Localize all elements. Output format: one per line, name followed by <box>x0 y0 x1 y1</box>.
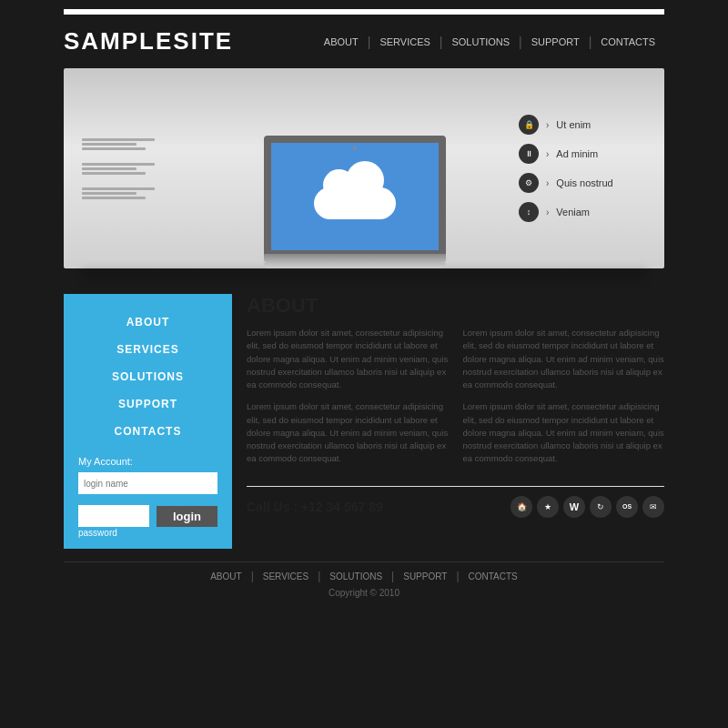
laptop-device <box>264 136 446 268</box>
footer-support[interactable]: SUPPORT <box>394 571 456 581</box>
sidebar: ABOUT SERVICES SOLUTIONS SUPPORT CONTACT… <box>64 294 232 549</box>
login-row: password login <box>78 505 217 527</box>
password-input[interactable] <box>78 505 149 527</box>
nav-services[interactable]: SERVICES <box>370 36 439 47</box>
hero-line <box>82 143 136 146</box>
about-title: ABOUT <box>247 294 664 318</box>
feature-label-4: Veniam <box>556 207 590 217</box>
feature-icon-3: ⚙ <box>519 173 539 193</box>
footer-nav: ABOUT | SERVICES | SOLUTIONS | SUPPORT |… <box>64 570 664 582</box>
hero-line <box>82 187 155 190</box>
main-nav: ABOUT | SERVICES | SOLUTIONS | SUPPORT |… <box>315 35 664 49</box>
lorem-text-4: Lorem ipsum dolor sit amet, consectetur … <box>463 400 665 465</box>
feature-label-2: Ad minim <box>556 148 598 159</box>
feature-arrow-1: › <box>546 120 549 130</box>
nav-contacts[interactable]: CONTACTS <box>592 36 664 47</box>
social-icon-email[interactable]: ✉ <box>642 496 664 518</box>
feature-item-3[interactable]: ⚙ › Quis nostrud <box>519 173 655 193</box>
hero-features: 🔒 › Ut enim ⏸ › Ad minim ⚙ › Quis nostru… <box>519 115 664 222</box>
hero-line <box>82 192 136 195</box>
nav-support[interactable]: SUPPORT <box>522 36 589 47</box>
content-area: ABOUT Lorem ipsum dolor sit amet, consec… <box>247 294 664 549</box>
hero-line <box>82 172 146 175</box>
main-content: ABOUT SERVICES SOLUTIONS SUPPORT CONTACT… <box>64 294 664 549</box>
social-icons: 🏠 ★ W ↻ OS ✉ <box>511 496 664 518</box>
hero-line <box>82 167 136 170</box>
hero-line <box>82 197 146 199</box>
hero-text-block-2 <box>82 163 191 175</box>
login-button[interactable]: login <box>157 506 217 527</box>
hero-line <box>82 138 155 141</box>
nav-about[interactable]: ABOUT <box>315 36 368 47</box>
hero-line <box>82 163 155 166</box>
lorem-text-3: Lorem ipsum dolor sit amet, consectetur … <box>463 327 665 391</box>
hero-text-block-1 <box>82 138 191 150</box>
sidebar-solutions[interactable]: SOLUTIONS <box>64 363 232 390</box>
hero-left-text <box>64 138 191 199</box>
password-label: password <box>78 528 117 538</box>
nav-solutions[interactable]: SOLUTIONS <box>442 36 519 47</box>
login-name-input[interactable] <box>78 472 217 494</box>
laptop-base <box>264 254 446 263</box>
feature-icon-4: ↕ <box>519 202 539 222</box>
laptop-screen <box>264 136 446 254</box>
social-icon-home[interactable]: 🏠 <box>511 496 532 518</box>
password-wrapper: password <box>78 505 149 527</box>
footer: ABOUT | SERVICES | SOLUTIONS | SUPPORT |… <box>64 561 664 598</box>
sidebar-support[interactable]: SUPPORT <box>64 390 232 418</box>
cloud-main <box>314 187 396 219</box>
site-title: SAMPLESITE <box>64 27 233 56</box>
copyright: Copyright © 2010 <box>64 588 664 598</box>
hero-section: 🔒 › Ut enim ⏸ › Ad minim ⚙ › Quis nostru… <box>64 68 664 268</box>
content-columns: Lorem ipsum dolor sit amet, consectetur … <box>247 327 664 475</box>
login-name-wrapper <box>78 472 217 494</box>
hero-text-block-3 <box>82 187 191 199</box>
footer-services[interactable]: SERVICES <box>254 571 318 581</box>
footer-solutions[interactable]: SOLUTIONS <box>320 571 391 581</box>
account-form: password login <box>64 472 232 527</box>
feature-item-2[interactable]: ⏸ › Ad minim <box>519 144 655 164</box>
content-col-left: Lorem ipsum dolor sit amet, consectetur … <box>247 327 449 475</box>
social-icon-refresh[interactable]: ↻ <box>590 496 612 518</box>
header: SAMPLESITE ABOUT | SERVICES | SOLUTIONS … <box>64 15 664 68</box>
lorem-text-1: Lorem ipsum dolor sit amet, consectetur … <box>247 327 449 391</box>
call-us-text: Call Us : +12 34 567 89 <box>247 500 383 514</box>
footer-contacts[interactable]: CONTACTS <box>460 571 527 581</box>
feature-label-3: Quis nostrud <box>556 177 612 188</box>
feature-item-1[interactable]: 🔒 › Ut enim <box>519 115 655 135</box>
lorem-text-2: Lorem ipsum dolor sit amet, consectetur … <box>247 400 449 465</box>
hero-line <box>82 147 146 150</box>
hero-shadow <box>82 268 646 279</box>
sidebar-about[interactable]: ABOUT <box>64 308 232 336</box>
my-account-label: My Account: <box>64 445 232 472</box>
feature-arrow-2: › <box>546 149 549 159</box>
feature-item-4[interactable]: ↕ › Veniam <box>519 202 655 222</box>
feature-label-1: Ut enim <box>556 119 591 130</box>
laptop-cloud-icon <box>314 174 396 219</box>
page-wrapper: SAMPLESITE ABOUT | SERVICES | SOLUTIONS … <box>0 0 728 728</box>
content-col-right: Lorem ipsum dolor sit amet, consectetur … <box>463 327 665 475</box>
sidebar-services[interactable]: SERVICES <box>64 336 232 363</box>
feature-arrow-3: › <box>546 178 549 188</box>
feature-icon-2: ⏸ <box>519 144 539 164</box>
sidebar-contacts[interactable]: CONTACTS <box>64 418 232 445</box>
social-icon-os[interactable]: OS <box>616 496 638 518</box>
call-us-row: Call Us : +12 34 567 89 🏠 ★ W ↻ OS ✉ <box>247 486 664 518</box>
feature-arrow-4: › <box>546 207 549 217</box>
social-icon-star[interactable]: ★ <box>537 496 559 518</box>
hero-devices <box>191 68 519 268</box>
footer-about[interactable]: ABOUT <box>201 571 250 581</box>
feature-icon-1: 🔒 <box>519 115 539 135</box>
social-icon-w[interactable]: W <box>563 496 585 518</box>
